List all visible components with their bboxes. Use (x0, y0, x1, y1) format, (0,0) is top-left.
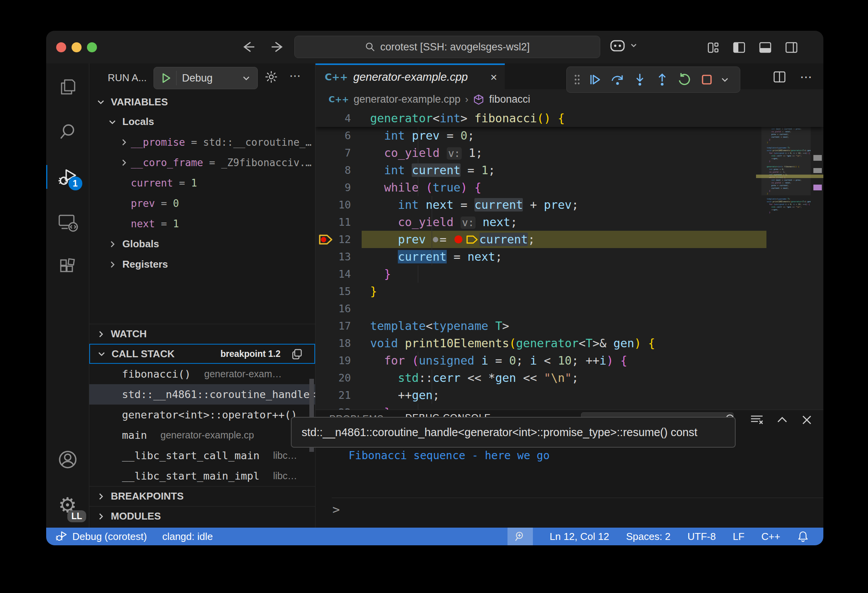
sidebar-item-explorer[interactable] (46, 63, 89, 109)
code-line[interactable]: 14 } (315, 265, 823, 283)
sticky-scroll-line[interactable]: 4generator<int> fibonacci() { (315, 110, 823, 127)
continue-button[interactable] (585, 70, 605, 90)
breakpoints-section-header[interactable]: BREAKPOINTS (89, 486, 315, 506)
copilot-menu[interactable] (609, 38, 638, 53)
eol-item[interactable]: LF (733, 531, 744, 543)
forward-arrow-icon[interactable] (269, 39, 285, 55)
code-line[interactable]: 6 int prev = 0; (315, 127, 823, 144)
code-line[interactable]: 19 for (unsigned i = 0; i < 10; ++i) { (315, 352, 823, 369)
debug-launch-button[interactable]: Debug (154, 67, 258, 89)
copy-call-stack-icon[interactable] (290, 348, 304, 361)
editor-gutter[interactable]: 17 (315, 317, 362, 335)
sidebar-item-extensions[interactable] (46, 245, 89, 290)
code-line[interactable]: 22 } (315, 404, 823, 410)
toggle-panel-icon[interactable] (758, 40, 773, 55)
breakpoint-current-line-icon[interactable] (318, 233, 334, 246)
close-window-button[interactable] (56, 42, 66, 52)
variable-row[interactable]: __promise = std::__coroutine_… (89, 132, 315, 152)
editor-gutter[interactable]: 16 (315, 300, 362, 317)
debug-status-item[interactable]: Debug (corotest) (55, 531, 147, 543)
minimize-window-button[interactable] (72, 42, 82, 52)
variable-row[interactable]: next = 1 (89, 213, 315, 234)
scope-globals[interactable]: Globals (89, 234, 315, 254)
code-line[interactable]: 10 int next = current + prev; (315, 196, 823, 213)
locals-scope-header[interactable]: Locals (89, 112, 315, 132)
editor-gutter[interactable]: 19 (315, 352, 362, 369)
editor-gutter[interactable]: 7 (315, 144, 362, 162)
editor-gutter[interactable]: 15 (315, 283, 362, 300)
toggle-primary-sidebar-icon[interactable] (732, 40, 746, 55)
editor-gutter[interactable]: 20 (315, 369, 362, 386)
code-line[interactable]: 7 co_yield v: 1; (315, 144, 823, 162)
sidebar-more-actions[interactable]: ⋯ (289, 69, 302, 82)
code-editor[interactable]: 4generator<int> fibonacci() { 6 int prev… (315, 110, 823, 410)
close-panel-icon[interactable] (800, 413, 814, 427)
code-line[interactable]: 18void print10Elements(generator<T>& gen… (315, 335, 823, 352)
notifications-bell-item[interactable] (797, 530, 809, 543)
editor-gutter[interactable]: 8 (315, 162, 362, 179)
inline-breakpoint-icon[interactable] (454, 235, 462, 243)
console-prompt[interactable]: > (332, 502, 340, 517)
settings-button[interactable]: ⚙ LL (46, 482, 89, 528)
step-into-button[interactable] (630, 70, 650, 90)
cursor-position-item[interactable]: Ln 12, Col 12 (550, 531, 609, 543)
call-stack-frame[interactable]: generator<int>::operator++() (89, 405, 315, 425)
code-line[interactable]: 17template<typename T> (315, 317, 823, 335)
command-center-search[interactable]: corotest [SSH: avogelsges-wsl2] (294, 36, 600, 58)
back-arrow-icon[interactable] (240, 39, 257, 55)
editor-gutter[interactable]: 18 (315, 335, 362, 352)
chevron-down-icon[interactable] (241, 73, 251, 83)
variable-row[interactable]: current = 1 (89, 173, 315, 193)
breadcrumb-symbol[interactable]: fibonacci (489, 93, 530, 105)
sidebar-item-run-debug[interactable]: 1 (46, 154, 89, 200)
account-button[interactable] (46, 437, 89, 482)
code-line[interactable]: 16 (315, 300, 823, 317)
tab-generator-example[interactable]: C++ generator-example.cpp × (315, 63, 505, 89)
editor-more-actions[interactable]: ⋯ (800, 70, 813, 84)
screencast-zoom-item[interactable] (507, 528, 533, 545)
restart-button[interactable] (674, 70, 694, 90)
indentation-item[interactable]: Spaces: 2 (626, 531, 671, 543)
code-line[interactable]: 15} (315, 283, 823, 300)
editor-gutter[interactable]: 11 (315, 213, 362, 231)
call-stack-frame[interactable]: std::__n4861::coroutine_handle<g (89, 384, 315, 405)
step-out-button[interactable] (652, 70, 672, 90)
breadcrumb-file[interactable]: generator-example.cpp (354, 93, 461, 105)
editor-gutter[interactable]: 10 (315, 196, 362, 213)
sidebar-item-remote-explorer[interactable] (46, 200, 89, 245)
call-stack-frame[interactable]: __libc_start_main_impllibc… (89, 466, 315, 486)
toggle-secondary-sidebar-icon[interactable] (784, 40, 799, 55)
maximize-panel-icon[interactable] (775, 413, 790, 427)
toolbar-drag-grip[interactable] (571, 70, 583, 90)
stop-button[interactable] (697, 70, 717, 90)
variables-section-header[interactable]: VARIABLES (89, 92, 315, 112)
inline-step-target-icon[interactable] (433, 237, 438, 242)
code-line[interactable]: 9 while (true) { (315, 179, 823, 196)
split-editor-icon[interactable] (772, 70, 787, 84)
scope-registers[interactable]: Registers (89, 254, 315, 275)
editor-gutter[interactable]: 9 (315, 179, 362, 196)
language-mode-item[interactable]: C++ (761, 531, 780, 543)
code-line[interactable]: 20 std::cerr << *gen << "\n"; (315, 369, 823, 386)
editor-gutter[interactable]: 21 (315, 386, 362, 404)
editor-gutter[interactable]: 4 (315, 110, 362, 127)
sidebar-item-search[interactable] (46, 109, 89, 154)
debug-session-chevron[interactable] (719, 70, 731, 90)
step-over-button[interactable] (608, 70, 628, 90)
clangd-status-item[interactable]: clangd: idle (162, 531, 213, 543)
encoding-item[interactable]: UTF-8 (688, 531, 716, 543)
call-stack-frame[interactable]: maingenerator-example.cp (89, 425, 315, 445)
variable-row[interactable]: __coro_frame = _Z9fibonacciv.… (89, 152, 315, 173)
code-line[interactable]: 13 current = next; (315, 248, 823, 265)
zoom-window-button[interactable] (87, 42, 97, 52)
code-line[interactable]: 21 ++gen; (315, 386, 823, 404)
call-stack-frame[interactable]: fibonacci()generator-exam… (89, 364, 315, 384)
clear-console-icon[interactable] (749, 412, 765, 428)
editor-gutter[interactable]: 13 (315, 248, 362, 265)
minimap[interactable]: generator<int> fibonacci() { int prev = … (761, 113, 811, 228)
editor-gutter[interactable]: 22 (315, 404, 362, 410)
code-line[interactable]: 12 prev = current; (315, 231, 823, 248)
modules-section-header[interactable]: MODULES (89, 506, 315, 526)
editor-gutter[interactable]: 12 (315, 231, 362, 248)
customize-layout-icon[interactable] (706, 40, 720, 55)
